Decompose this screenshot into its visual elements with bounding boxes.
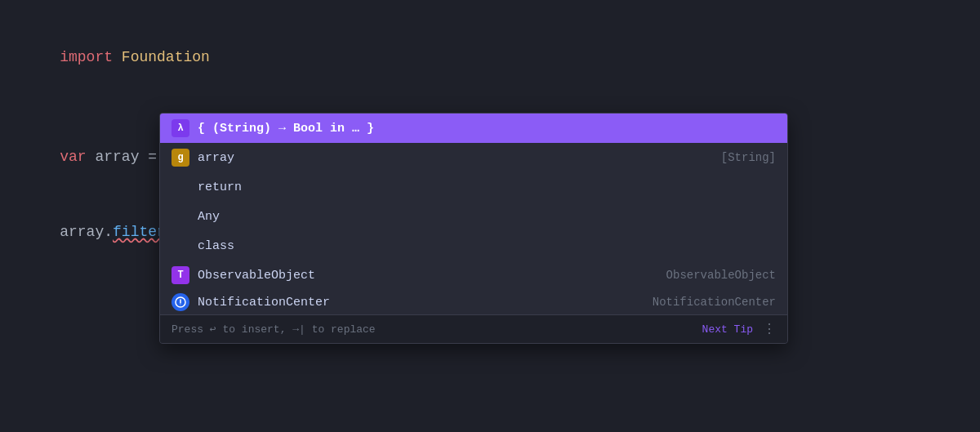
icon-none-return bbox=[172, 178, 189, 196]
autocomplete-item-notification[interactable]: NotificationCenter NotificationCenter bbox=[160, 290, 787, 314]
array-type: [String] bbox=[721, 151, 776, 164]
autocomplete-footer: Press ↩ to insert, →| to replace Next Ti… bbox=[160, 314, 787, 343]
class-label: class bbox=[198, 239, 776, 253]
icon-lambda: λ bbox=[172, 119, 189, 137]
array-ref: array. bbox=[60, 224, 113, 240]
editor-area: import Foundation var array = ["One", "T… bbox=[0, 0, 980, 289]
icon-none-any bbox=[172, 207, 189, 225]
any-label: Any bbox=[198, 210, 776, 224]
array-label: array bbox=[198, 151, 721, 165]
lambda-label: { (String) → Bool in … } bbox=[198, 122, 776, 136]
module-foundation: Foundation bbox=[122, 49, 210, 65]
autocomplete-item-class[interactable]: class bbox=[160, 231, 787, 261]
autocomplete-item-any[interactable]: Any bbox=[160, 202, 787, 231]
icon-g: g bbox=[172, 149, 189, 167]
observable-label: ObservableObject bbox=[198, 269, 666, 283]
icon-none-class bbox=[172, 237, 189, 255]
autocomplete-item-array[interactable]: g array [String] bbox=[160, 143, 787, 172]
autocomplete-dropdown: λ { (String) → Bool in … } g array [Stri… bbox=[159, 113, 788, 344]
keyword-import: import bbox=[60, 49, 113, 65]
observable-type: ObservableObject bbox=[666, 269, 776, 282]
icon-t: T bbox=[172, 266, 189, 284]
code-line-import: import Foundation bbox=[24, 20, 956, 95]
svg-point-1 bbox=[180, 305, 181, 305]
autocomplete-item-lambda[interactable]: λ { (String) → Bool in … } bbox=[160, 114, 787, 143]
next-tip-button[interactable]: Next Tip bbox=[702, 323, 753, 336]
notification-type: NotificationCenter bbox=[653, 296, 776, 309]
autocomplete-item-return[interactable]: return bbox=[160, 172, 787, 202]
filter-method: filter bbox=[113, 224, 166, 240]
notification-label: NotificationCenter bbox=[198, 296, 653, 310]
more-options-icon[interactable]: ⋮ bbox=[763, 321, 776, 337]
return-label: return bbox=[198, 180, 776, 194]
keyword-var: var bbox=[60, 149, 86, 165]
icon-notification bbox=[172, 293, 189, 311]
footer-hint-text: Press ↩ to insert, →| to replace bbox=[172, 323, 699, 336]
autocomplete-item-observable[interactable]: T ObservableObject ObservableObject bbox=[160, 261, 787, 290]
